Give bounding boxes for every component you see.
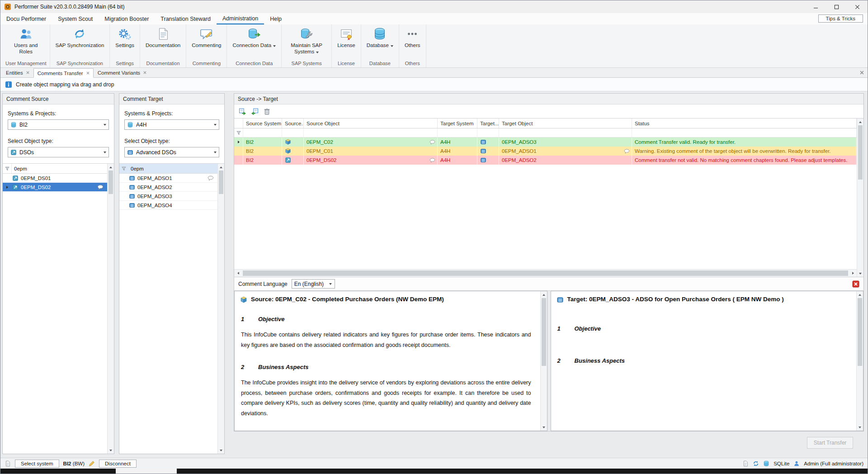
target-system-select[interactable]: A4H xyxy=(124,119,219,130)
scroll-down-icon[interactable] xyxy=(218,447,224,454)
panel-splitter[interactable] xyxy=(114,93,119,454)
menu-administration[interactable]: Administration xyxy=(217,13,264,24)
filter-row[interactable]: 0epm xyxy=(3,164,107,174)
column-header[interactable]: Source System xyxy=(243,118,282,128)
adso-icon xyxy=(557,296,564,303)
close-tab-icon[interactable] xyxy=(26,71,29,74)
sap-synchronization-button[interactable]: SAP Synchronization xyxy=(53,26,107,50)
scroll-down-icon[interactable] xyxy=(857,270,863,277)
commenting-button[interactable]: Commenting xyxy=(189,26,223,50)
tab-comment-variants[interactable]: Comment Variants xyxy=(94,68,151,77)
window-title: Performer Suite v20.3.0.0.28499 Main (64… xyxy=(14,4,124,10)
tab-entities[interactable]: Entities xyxy=(2,68,33,77)
refresh-icon[interactable] xyxy=(753,460,759,467)
column-header[interactable]: Target System xyxy=(438,118,477,128)
log-icon[interactable] xyxy=(742,460,749,467)
scroll-down-icon[interactable] xyxy=(857,424,863,431)
scroll-up-icon[interactable] xyxy=(108,164,114,171)
transfer-mapping-icon[interactable] xyxy=(239,108,246,115)
license-button[interactable]: License xyxy=(335,26,358,50)
settings-button[interactable]: Settings xyxy=(113,26,137,50)
taskbar-item[interactable] xyxy=(116,469,177,474)
list-item-selected[interactable]: 0EPM_DS02 xyxy=(3,183,107,192)
connection-data-button[interactable]: Connection Data xyxy=(230,26,278,50)
start-transfer-button[interactable]: Start Transfer xyxy=(807,437,853,449)
scrollbar-vertical[interactable] xyxy=(540,291,547,431)
target-system-cell: A4H xyxy=(438,156,477,165)
menu-system-scout[interactable]: System Scout xyxy=(52,13,99,24)
expander-icon[interactable] xyxy=(238,141,240,143)
preview-splitter[interactable] xyxy=(547,291,551,431)
scroll-up-icon[interactable] xyxy=(857,291,863,298)
menu-docu-performer[interactable]: Docu Performer xyxy=(0,13,52,24)
source-object-type-select[interactable]: DSOs xyxy=(8,147,109,157)
filter-row[interactable]: 0epm xyxy=(119,164,217,174)
scroll-up-icon[interactable] xyxy=(857,118,863,125)
minimize-button[interactable] xyxy=(805,0,826,13)
target-comment-document[interactable]: 1Objective 2Business Aspects xyxy=(557,325,855,364)
target-object-type-select[interactable]: Advanced DSOs xyxy=(124,147,219,157)
list-item[interactable]: 0EPM_ADSO3 xyxy=(119,192,217,201)
mapping-row-warning[interactable]: BI2 0EPM_C01 A4H 0EPM_ADSO1 Warning. Exi… xyxy=(234,147,857,156)
column-header[interactable]: Source... xyxy=(282,118,304,128)
list-item[interactable]: 0EPM_DS01 xyxy=(3,174,107,183)
menu-migration-booster[interactable]: Migration Booster xyxy=(99,13,155,24)
mapping-row-valid[interactable]: BI2 0EPM_C02 A4H 0EPM_ADSO3 Comment Tran… xyxy=(234,137,857,147)
scroll-up-icon[interactable] xyxy=(541,291,547,298)
menu-help[interactable]: Help xyxy=(264,13,288,24)
column-header[interactable]: Target Object xyxy=(499,118,632,128)
close-button[interactable] xyxy=(847,0,868,13)
scroll-down-icon[interactable] xyxy=(541,424,547,431)
status-cell: Comment transfer not valid. No matching … xyxy=(632,156,857,165)
column-header[interactable]: Source Object xyxy=(304,118,438,128)
grid-filter-row[interactable] xyxy=(234,128,857,137)
scroll-down-icon[interactable] xyxy=(108,447,114,454)
close-tab-strip-icon[interactable] xyxy=(860,71,864,75)
menu-translation-steward[interactable]: Translation Steward xyxy=(155,13,217,24)
column-header[interactable]: Target... xyxy=(477,118,499,128)
pencil-icon[interactable] xyxy=(89,460,95,467)
ribbon-group-label: Settings xyxy=(113,60,137,67)
comment-language-select[interactable]: En (English) xyxy=(292,279,335,289)
column-header[interactable]: Status xyxy=(632,118,857,128)
users-and-roles-button[interactable]: Users and Roles xyxy=(9,26,43,57)
filter-input[interactable]: 0epm xyxy=(128,166,144,171)
list-item[interactable]: 0EPM_ADSO4 xyxy=(119,201,217,210)
close-tab-icon[interactable] xyxy=(86,71,90,75)
filter-input[interactable]: 0epm xyxy=(12,166,27,171)
mapping-row-error[interactable]: BI2 0EPM_DS02 A4H 0EPM_ADSO2 Comment tra… xyxy=(234,156,857,165)
infocube-icon xyxy=(240,296,247,303)
close-tab-icon[interactable] xyxy=(143,71,146,74)
app-icon xyxy=(4,3,11,10)
scroll-left-icon[interactable] xyxy=(234,270,242,277)
scroll-right-icon[interactable] xyxy=(849,270,857,277)
comment-language-value: En (English) xyxy=(294,281,324,287)
scrollbar-vertical[interactable] xyxy=(217,164,224,454)
database-button[interactable]: Database xyxy=(364,26,396,50)
scrollbar-vertical[interactable] xyxy=(856,291,863,431)
list-item[interactable]: 0EPM_ADSO1 xyxy=(119,174,217,183)
close-preview-button[interactable] xyxy=(852,280,859,288)
select-system-button[interactable]: Select system xyxy=(15,460,59,468)
scrollbar-vertical[interactable] xyxy=(857,118,863,277)
scrollbar-vertical[interactable] xyxy=(107,164,114,454)
delete-mapping-icon[interactable] xyxy=(263,108,271,115)
source-comment-document[interactable]: 1Objective This InfoCube contains delive… xyxy=(240,316,538,418)
transfer-all-icon[interactable] xyxy=(251,108,259,115)
system-list-icon xyxy=(5,460,11,467)
panel-splitter[interactable] xyxy=(225,93,234,454)
documentation-button[interactable]: Documentation xyxy=(143,26,183,50)
tab-comments-transfer[interactable]: Comments Transfer xyxy=(33,68,94,78)
expander-icon[interactable] xyxy=(6,186,8,189)
list-item[interactable]: 0EPM_ADSO2 xyxy=(119,183,217,192)
section-heading: Objective xyxy=(258,316,285,322)
comment-bubble-icon xyxy=(429,157,435,163)
tips-tricks-button[interactable]: Tips & Tricks xyxy=(818,14,863,23)
maintain-sap-systems-button[interactable]: Maintain SAP Systems xyxy=(285,26,328,57)
disconnect-button[interactable]: Disconnect xyxy=(99,460,137,468)
source-system-select[interactable]: BI2 xyxy=(8,119,109,130)
maximize-button[interactable] xyxy=(826,0,847,13)
others-button[interactable]: Others xyxy=(402,26,423,50)
scroll-up-icon[interactable] xyxy=(218,164,224,171)
scrollbar-horizontal[interactable] xyxy=(234,269,857,277)
